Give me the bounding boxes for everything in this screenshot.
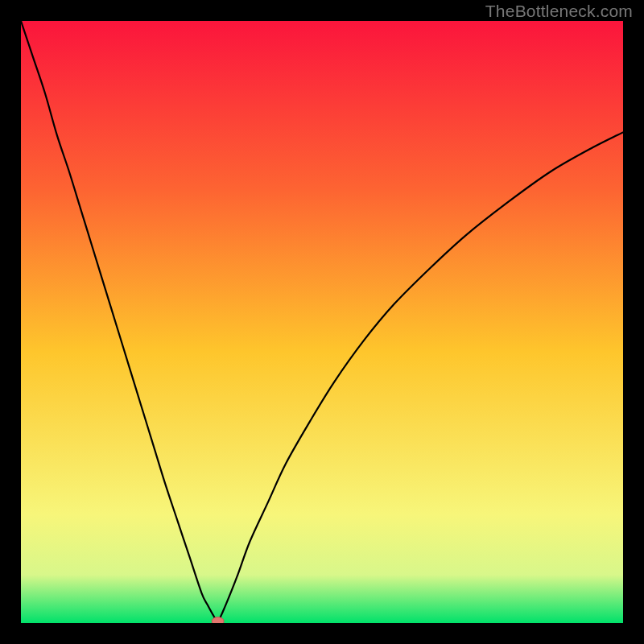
plot-area (21, 21, 623, 623)
chart-frame: TheBottleneck.com (0, 0, 644, 644)
plot-svg (21, 21, 623, 623)
optimum-marker (212, 617, 224, 623)
watermark-text: TheBottleneck.com (485, 2, 633, 21)
gradient-background (21, 21, 623, 623)
